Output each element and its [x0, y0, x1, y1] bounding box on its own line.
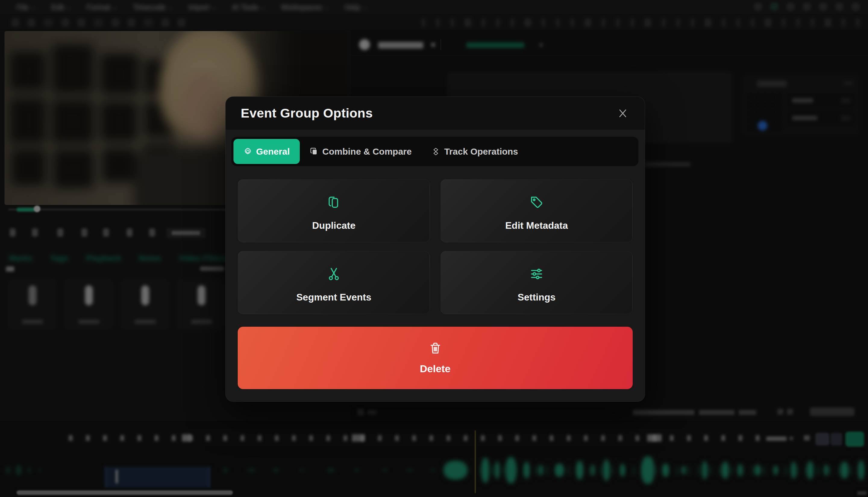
tab-track-operations-label: Track Operations	[444, 146, 518, 157]
tab-general[interactable]: General	[233, 139, 300, 164]
delete-label: Delete	[420, 363, 450, 375]
tag-icon	[529, 195, 544, 210]
edit-metadata-label: Edit Metadata	[505, 220, 568, 231]
close-button[interactable]	[616, 106, 630, 120]
settings-button[interactable]: Settings	[440, 251, 633, 314]
dialog-title: Event Group Options	[241, 106, 373, 120]
duplicate-icon	[326, 195, 341, 210]
dialog-header: Event Group Options	[226, 97, 645, 130]
tab-track-operations[interactable]: Track Operations	[421, 139, 528, 164]
segment-events-button[interactable]: Segment Events	[238, 251, 430, 314]
event-group-options-dialog: Event Group Options General Combine & Co…	[226, 97, 645, 402]
gear-icon	[243, 147, 252, 156]
copy-icon	[310, 147, 318, 156]
layers-icon	[431, 147, 440, 156]
delete-button[interactable]: Delete	[238, 327, 633, 389]
dialog-tab-bar: General Combine & Compare Track Operatio…	[231, 137, 638, 166]
sliders-icon	[529, 267, 544, 282]
edit-metadata-button[interactable]: Edit Metadata	[440, 179, 633, 242]
duplicate-button[interactable]: Duplicate	[238, 179, 430, 242]
scissors-icon	[326, 267, 341, 282]
duplicate-label: Duplicate	[312, 220, 356, 231]
segment-events-label: Segment Events	[296, 292, 372, 303]
trash-icon	[429, 341, 442, 355]
tab-general-label: General	[256, 146, 290, 157]
video-editor-app: File∨ Edit∨ Format∨ Timecode∨ Import∨ AI…	[0, 0, 868, 497]
tab-combine-compare[interactable]: Combine & Compare	[300, 139, 422, 164]
close-icon	[618, 108, 628, 118]
action-grid: Duplicate Edit Metadata Segment Events	[238, 179, 633, 314]
settings-label: Settings	[518, 292, 555, 303]
tab-combine-compare-label: Combine & Compare	[322, 146, 412, 157]
